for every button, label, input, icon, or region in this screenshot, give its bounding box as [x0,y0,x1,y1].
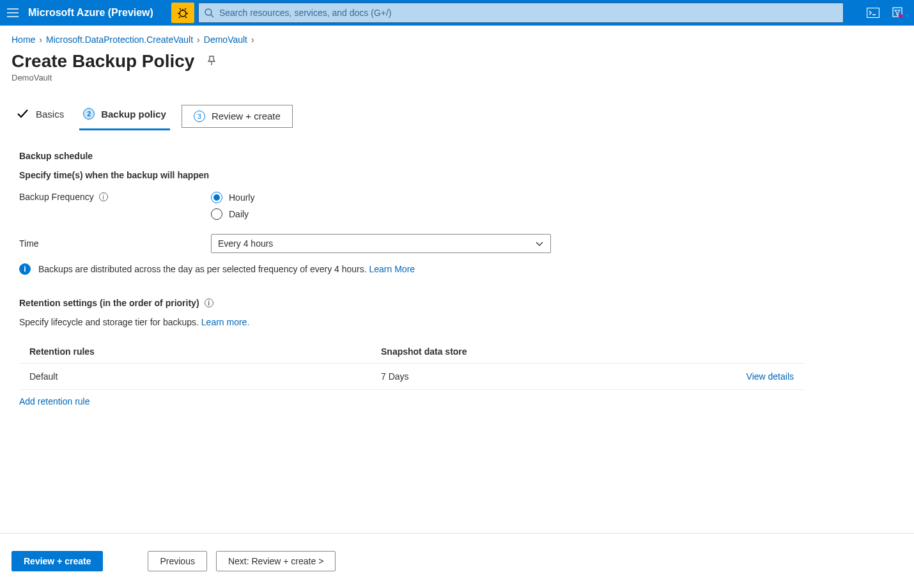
tab-backup-policy[interactable]: 2 Backup policy [79,102,170,130]
schedule-subheading: Specify time(s) when the backup will hap… [19,170,895,180]
previous-button[interactable]: Previous [148,551,206,571]
search-icon [204,8,214,18]
tab-policy-label: Backup policy [101,109,166,120]
title-row: Create Backup Policy [0,49,914,73]
retention-sub-text: Specify lifecycle and storage tier for b… [19,317,199,327]
feedback-button[interactable] [171,3,194,23]
info-icon: i [19,263,31,275]
retention-table: Retention rules Snapshot data store Defa… [19,340,804,390]
info-text: Backups are distributed across the day a… [38,264,367,274]
terminal-icon [867,8,879,18]
rule-snapshot: 7 Days [371,364,702,390]
tab-review-create[interactable]: 3 Review + create [182,105,293,128]
feedback-icon-button[interactable] [890,5,905,20]
svg-point-0 [180,10,186,17]
info-learn-more-link[interactable]: Learn More [369,264,415,274]
brand-label: Microsoft Azure (Preview) [26,7,171,19]
pin-button[interactable] [206,55,219,68]
form-content: Backup schedule Specify time(s) when the… [0,132,914,406]
tab-review-label: Review + create [212,111,281,121]
radio-icon [211,192,222,203]
search-box[interactable] [198,3,844,23]
menu-toggle-button[interactable] [0,0,26,26]
page-title: Create Backup Policy [12,51,194,72]
info-banner: i Backups are distributed across the day… [19,263,895,275]
bug-icon [176,6,189,19]
page-subtitle: DemoVault [0,73,914,91]
breadcrumb-demovault[interactable]: DemoVault [204,35,247,45]
frequency-row: Backup Frequency i Hourly Daily [19,192,895,220]
radio-icon [211,208,222,220]
col-snapshot: Snapshot data store [371,340,702,364]
filter-funnel-icon [892,7,903,19]
breadcrumb-home[interactable]: Home [12,35,35,45]
chevron-right-icon: › [197,35,200,45]
wizard-tabs: Basics 2 Backup policy 3 Review + create [0,91,914,132]
svg-point-4 [899,14,902,18]
step-badge-3: 3 [194,111,205,122]
chevron-down-icon [535,239,544,248]
time-select[interactable]: Every 4 hours [211,234,551,253]
retention-learn-more-link[interactable]: Learn more. [201,317,249,327]
retention-sub: Specify lifecycle and storage tier for b… [19,317,895,327]
top-bar: Microsoft Azure (Preview) [0,0,914,26]
col-rules: Retention rules [19,340,371,364]
cloud-shell-button[interactable] [865,5,881,20]
pin-icon [206,55,217,66]
frequency-label-text: Backup Frequency [19,192,94,202]
chevron-right-icon: › [39,35,42,45]
radio-hourly-label: Hourly [229,192,254,203]
time-label: Time [19,238,211,249]
search-input[interactable] [219,8,838,18]
rule-name: Default [19,364,371,390]
breadcrumb-createvault[interactable]: Microsoft.DataProtection.CreateVault [46,35,193,45]
time-select-value: Every 4 hours [218,238,273,249]
frequency-label: Backup Frequency i [19,192,211,202]
footer-nav: Previous Next: Review + create > [148,551,336,571]
info-icon[interactable]: i [99,192,108,201]
radio-hourly[interactable]: Hourly [211,192,254,203]
add-retention-rule-link[interactable]: Add retention rule [19,396,90,406]
check-icon [15,107,29,121]
wizard-footer: Review + create Previous Next: Review + … [0,533,914,588]
view-details-link[interactable]: View details [747,371,794,382]
tab-basics[interactable]: Basics [12,100,68,132]
table-row: Default 7 Days View details [19,364,804,390]
retention-heading: Retention settings (in the order of prio… [19,298,895,308]
schedule-heading: Backup schedule [19,151,895,161]
breadcrumb: Home › Microsoft.DataProtection.CreateVa… [0,26,914,49]
svg-rect-2 [867,8,879,18]
radio-daily-label: Daily [229,209,249,219]
time-row: Time Every 4 hours [19,234,895,253]
next-button[interactable]: Next: Review + create > [216,551,336,571]
step-badge-2: 2 [83,108,95,120]
review-create-button[interactable]: Review + create [12,551,103,571]
hamburger-icon [7,8,19,17]
info-icon[interactable]: i [205,298,213,307]
radio-daily[interactable]: Daily [211,208,254,220]
svg-point-1 [205,9,212,15]
chevron-right-icon: › [251,35,254,45]
tab-basics-label: Basics [36,109,64,120]
top-right-icons [856,5,914,20]
retention-heading-text: Retention settings (in the order of prio… [19,298,199,308]
frequency-radio-group: Hourly Daily [211,192,254,220]
